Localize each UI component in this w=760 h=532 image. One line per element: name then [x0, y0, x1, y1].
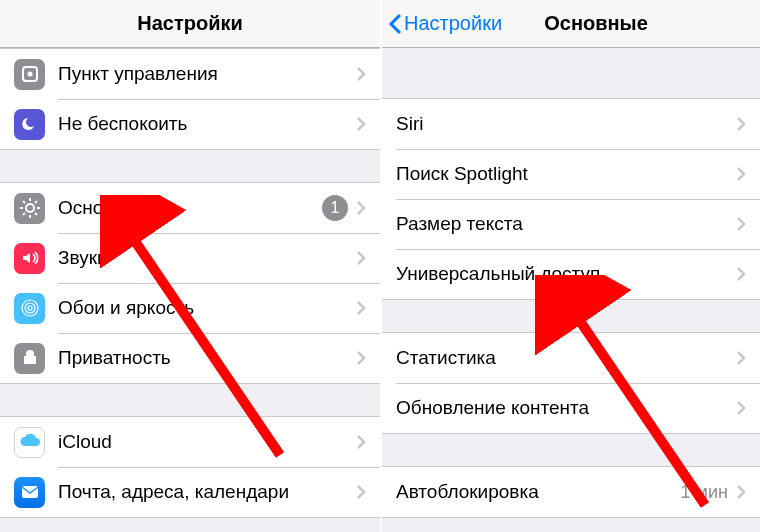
section-gap [382, 48, 760, 98]
row-label: Звуки [58, 247, 356, 269]
row-privacy[interactable]: Приватность [0, 333, 380, 383]
section-gap [382, 300, 760, 332]
row-value: 1 мин [681, 482, 728, 503]
svg-point-2 [26, 204, 34, 212]
row-sounds[interactable]: Звуки [0, 233, 380, 283]
chevron-right-icon [356, 434, 366, 450]
row-dnd[interactable]: Не беспокоить [0, 99, 380, 149]
row-label: Приватность [58, 347, 356, 369]
chevron-right-icon [356, 250, 366, 266]
row-label: Почта, адреса, календари [58, 481, 356, 503]
chevron-right-icon [356, 350, 366, 366]
row-autolock[interactable]: Автоблокировка 1 мин [382, 467, 760, 517]
svg-line-9 [35, 201, 37, 203]
general-group-1: Siri Поиск Spotlight Размер текста Униве… [382, 98, 760, 300]
row-label: Универсальный доступ [396, 263, 736, 285]
navbar-left: Настройки [0, 0, 380, 48]
chevron-right-icon [356, 484, 366, 500]
row-textsize[interactable]: Размер текста [382, 199, 760, 249]
row-general[interactable]: Основные 1 [0, 183, 380, 233]
chevron-right-icon [736, 166, 746, 182]
sounds-icon [14, 243, 45, 274]
row-usage[interactable]: Статистика [382, 333, 760, 383]
row-label: Основные [58, 197, 322, 219]
svg-point-12 [25, 303, 35, 313]
back-label: Настройки [404, 12, 502, 35]
svg-line-8 [35, 213, 37, 215]
svg-point-1 [27, 72, 32, 77]
section-gap [0, 150, 380, 182]
chevron-right-icon [736, 116, 746, 132]
chevron-right-icon [356, 66, 366, 82]
general-icon [14, 193, 45, 224]
row-label: Автоблокировка [396, 481, 681, 503]
navbar-right: Настройки Основные [382, 0, 760, 48]
row-mail[interactable]: Почта, адреса, календари [0, 467, 380, 517]
badge-count: 1 [322, 195, 348, 221]
svg-rect-14 [22, 486, 38, 498]
settings-group-3: iCloud Почта, адреса, календари [0, 416, 380, 518]
section-gap [0, 384, 380, 416]
svg-point-13 [28, 306, 32, 310]
privacy-icon [14, 343, 45, 374]
back-button[interactable]: Настройки [388, 12, 502, 36]
row-wallpaper[interactable]: Обои и яркость [0, 283, 380, 333]
row-background-refresh[interactable]: Обновление контента [382, 383, 760, 433]
row-label: Siri [396, 113, 736, 135]
chevron-right-icon [356, 300, 366, 316]
svg-line-10 [23, 213, 25, 215]
control-center-icon [14, 59, 45, 90]
mail-icon [14, 477, 45, 508]
svg-line-7 [23, 201, 25, 203]
chevron-right-icon [356, 116, 366, 132]
row-spotlight[interactable]: Поиск Spotlight [382, 149, 760, 199]
row-label: Поиск Spotlight [396, 163, 736, 185]
row-label: iCloud [58, 431, 356, 453]
row-label: Пункт управления [58, 63, 356, 85]
section-gap [382, 434, 760, 466]
settings-pane-right: Настройки Основные Siri Поиск Spotlight … [380, 0, 760, 532]
row-label: Статистика [396, 347, 736, 369]
row-control-center[interactable]: Пункт управления [0, 49, 380, 99]
navbar-title-right: Основные [544, 12, 648, 35]
navbar-title-left: Настройки [137, 12, 243, 35]
row-siri[interactable]: Siri [382, 99, 760, 149]
dnd-icon [14, 109, 45, 140]
row-label: Обои и яркость [58, 297, 356, 319]
row-label: Не беспокоить [58, 113, 356, 135]
row-icloud[interactable]: iCloud [0, 417, 380, 467]
icloud-icon [14, 427, 45, 458]
general-group-3: Автоблокировка 1 мин [382, 466, 760, 518]
settings-pane-left: Настройки Пункт управления Не беспокоить [0, 0, 380, 532]
row-label: Размер текста [396, 213, 736, 235]
chevron-right-icon [736, 216, 746, 232]
settings-group-1: Пункт управления Не беспокоить [0, 48, 380, 150]
general-group-2: Статистика Обновление контента [382, 332, 760, 434]
chevron-right-icon [736, 400, 746, 416]
row-accessibility[interactable]: Универсальный доступ [382, 249, 760, 299]
chevron-right-icon [356, 200, 366, 216]
chevron-right-icon [736, 350, 746, 366]
wallpaper-icon [14, 293, 45, 324]
chevron-right-icon [736, 484, 746, 500]
row-label: Обновление контента [396, 397, 736, 419]
chevron-left-icon [388, 12, 402, 36]
settings-group-2: Основные 1 Звуки Обои и яркость [0, 182, 380, 384]
chevron-right-icon [736, 266, 746, 282]
